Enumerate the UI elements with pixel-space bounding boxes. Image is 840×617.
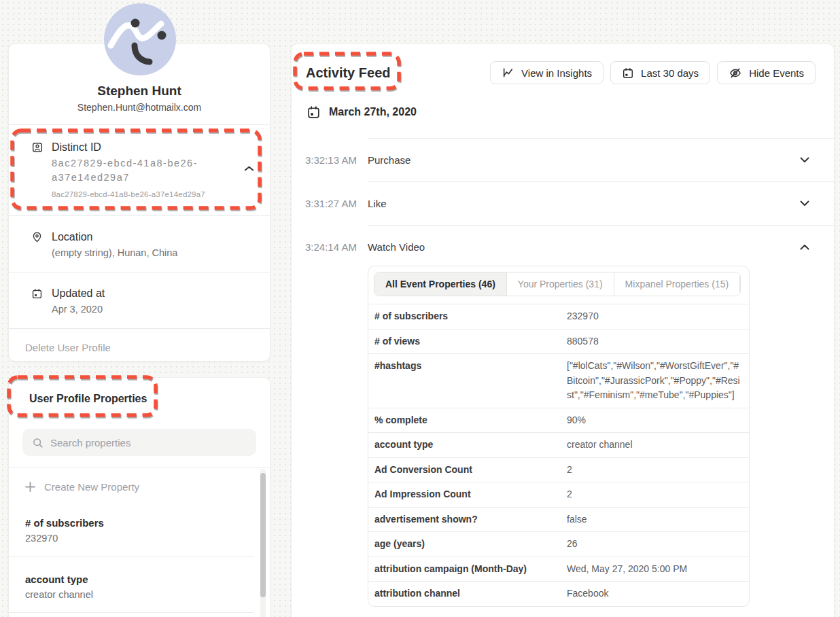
event-property-name: # of subscribers — [368, 310, 567, 323]
location-section: Location (empty string), Hunan, China — [9, 215, 270, 272]
profile-property-value: creator channel — [25, 588, 253, 601]
distinct-id-value: 8ac27829-ebcd-41a8-be26- a37e14ed29a7 — [52, 156, 255, 185]
calendar-icon — [307, 105, 321, 120]
event-properties-panel: All Event Properties (46) Your Propertie… — [368, 266, 750, 607]
event-property-value: ["#lolCats","#Wilson","#WorstGiftEver","… — [567, 354, 749, 408]
user-profile-card: Stephen Hunt Stephen.Hunt@hotmailx.com D… — [8, 43, 270, 362]
event-property-row: Ad Conversion Count 2 — [368, 457, 749, 482]
profile-property-item[interactable]: account type creator channel — [9, 557, 253, 613]
event-property-name: advertisement shown? — [368, 513, 567, 526]
chevron-down-icon[interactable] — [800, 200, 809, 207]
search-properties-input[interactable] — [50, 437, 247, 448]
event-property-name: #hashtags — [368, 354, 567, 372]
profile-property-item[interactable]: # of subscribers 232970 — [9, 500, 253, 557]
date-header: March 27th, 2020 — [307, 105, 417, 120]
event-properties-tab[interactable]: Your Properties (31) — [507, 272, 614, 296]
chevron-down-icon[interactable] — [800, 157, 809, 163]
event-property-row: % complete 90% — [368, 408, 749, 433]
event-time: 3:32:13 AM — [292, 138, 368, 181]
event-properties-table: # of subscribers 232970 # of views 88057… — [368, 304, 749, 606]
event-property-value: Facebook — [567, 582, 749, 606]
location-label: Location — [52, 230, 256, 245]
event-name: Watch Video — [368, 241, 800, 253]
event-property-name: # of views — [368, 335, 567, 348]
distinct-id-full: 8ac27829-ebcd-41a8-be26-a37e14ed29a7 — [52, 190, 255, 198]
event-property-row: # of subscribers 232970 — [368, 304, 749, 329]
profile-property-name: account type — [25, 573, 253, 586]
activity-feed-title: Activity Feed — [305, 65, 390, 81]
location-pin-icon — [31, 231, 43, 246]
event-name: Purchase — [368, 154, 800, 166]
event-properties-tab[interactable]: Mixpanel Properties (15) — [614, 272, 741, 296]
updated-at-label: Updated at — [52, 286, 256, 301]
event-property-value: 232970 — [567, 304, 749, 329]
event-property-row: #hashtags ["#lolCats","#Wilson","#WorstG… — [368, 353, 749, 408]
create-new-property-button[interactable]: Create New Property — [9, 468, 270, 500]
id-badge-icon — [31, 141, 43, 156]
chevron-down-icon[interactable] — [800, 244, 809, 250]
event-property-row: Ad Impression Count 2 — [368, 482, 749, 507]
event-property-row: account type creator channel — [368, 432, 749, 457]
event-name: Like — [368, 198, 800, 209]
event-property-row: attribution campaign (Month-Day) Wed, Ma… — [368, 557, 749, 582]
event-time: 3:24:14 AM — [292, 225, 368, 268]
activity-feed-card: Activity Feed View in Insights Last 30 d… — [291, 43, 835, 617]
search-icon — [32, 437, 43, 448]
profile-property-value: 232970 — [25, 531, 253, 545]
plus-icon — [25, 482, 35, 492]
event-properties-tab[interactable]: All Event Properties (46) — [374, 272, 507, 296]
event-property-value: 880578 — [567, 330, 749, 354]
delete-user-profile-link[interactable]: Delete User Profile — [9, 328, 270, 362]
chevron-up-icon[interactable] — [245, 162, 253, 174]
event-property-value: 90% — [567, 408, 749, 433]
event-property-value: 26 — [567, 532, 749, 557]
event-property-value: Wed, May 27, 2020 5:00 PM — [567, 557, 749, 582]
event-property-name: % complete — [368, 414, 567, 427]
user-avatar — [104, 3, 176, 75]
distinct-id-section: Distinct ID 8ac27829-ebcd-41a8-be26- a37… — [9, 124, 270, 215]
event-property-name: account type — [368, 438, 567, 451]
event-time: 3:31:27 AM — [292, 181, 368, 225]
user-name: Stephen Hunt — [9, 84, 270, 99]
event-property-name: Ad Impression Count — [368, 488, 567, 501]
user-profile-properties-card: User Profile Properties Create New Prope… — [8, 377, 270, 617]
updated-at-value: Apr 3, 2020 — [52, 302, 256, 317]
event-property-row: # of views 880578 — [368, 329, 749, 354]
event-property-value: 2 — [567, 458, 749, 482]
properties-scrollbar-thumb[interactable] — [260, 473, 266, 597]
event-property-value: creator channel — [567, 433, 749, 457]
event-property-row: advertisement shown? false — [368, 507, 749, 532]
event-property-value: false — [567, 508, 749, 532]
search-properties-box — [22, 429, 256, 456]
date-range-button[interactable]: Last 30 days — [610, 61, 710, 84]
updated-at-section: Updated at Apr 3, 2020 — [9, 272, 270, 328]
profile-property-name: # of subscribers — [25, 516, 253, 530]
event-property-row: attribution channel Facebook — [368, 581, 749, 606]
event-property-row: age (years) 26 — [368, 531, 749, 557]
eye-off-icon — [729, 67, 742, 80]
line-chart-icon — [502, 67, 514, 79]
event-property-name: attribution channel — [368, 587, 567, 600]
date-header-text: March 27th, 2020 — [329, 106, 417, 118]
event-row[interactable]: 3:32:13 AM Purchase — [292, 138, 834, 181]
distinct-id-label: Distinct ID — [52, 140, 255, 155]
event-property-name: age (years) — [368, 537, 567, 550]
event-property-name: Ad Conversion Count — [368, 463, 567, 476]
event-property-value: 2 — [567, 482, 749, 507]
event-properties-tabs: All Event Properties (46) Your Propertie… — [374, 272, 741, 296]
event-row[interactable]: 3:24:14 AM Watch Video — [292, 225, 834, 268]
view-in-insights-button[interactable]: View in Insights — [490, 61, 603, 84]
user-email: Stephen.Hunt@hotmailx.com — [9, 101, 270, 113]
location-value: (empty string), Hunan, China — [52, 246, 256, 260]
calendar-icon — [31, 287, 43, 302]
user-profile-properties-title: User Profile Properties — [29, 393, 147, 404]
calendar-icon — [622, 67, 634, 80]
properties-scrollbar-track[interactable] — [260, 469, 266, 617]
hide-events-button[interactable]: Hide Events — [717, 61, 816, 84]
event-row[interactable]: 3:31:27 AM Like — [292, 181, 834, 225]
event-property-name: attribution campaign (Month-Day) — [368, 563, 567, 576]
